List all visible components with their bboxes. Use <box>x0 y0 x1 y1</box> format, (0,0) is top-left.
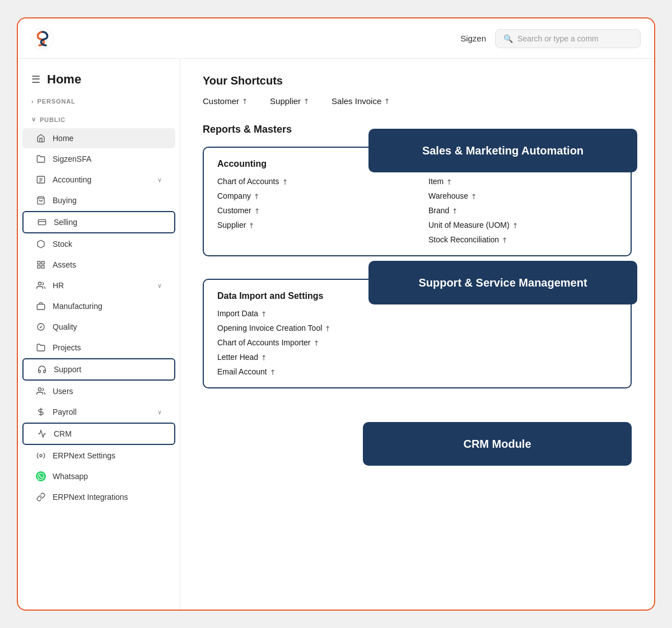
arrow-chart-of-accounts: ↗ <box>279 176 290 186</box>
arrow-import-data: ↗ <box>258 308 268 318</box>
sidebar-item-crm[interactable]: CRM <box>22 423 175 445</box>
link-letter-head[interactable]: Letter Head ↗ <box>217 353 617 362</box>
sidebar-item-selling[interactable]: Selling <box>22 211 175 233</box>
link-import-data[interactable]: Import Data ↗ <box>217 309 617 318</box>
arrow-company: ↗ <box>251 191 261 201</box>
chevron-right-icon: › <box>31 98 34 105</box>
sidebar-projects-label: Projects <box>53 343 162 352</box>
sidebar-sigzensfa-label: SigzenSFA <box>53 154 162 163</box>
shortcut-customer[interactable]: Customer ↗ <box>203 96 248 106</box>
sidebar-stock-label: Stock <box>53 240 162 249</box>
shortcuts-title: Your Shortcuts <box>203 74 632 87</box>
shortcut-sales-invoice[interactable]: Sales Invoice ↗ <box>332 96 390 106</box>
sidebar-personal-section[interactable]: › PERSONAL <box>18 96 180 109</box>
sidebar-accounting-label: Accounting <box>53 175 151 184</box>
quality-icon <box>36 322 46 332</box>
sidebar-item-manufacturing[interactable]: Manufacturing <box>22 296 175 316</box>
sidebar-item-assets[interactable]: Assets <box>22 255 175 275</box>
link-chart-of-accounts[interactable]: Chart of Accounts ↗ <box>217 177 406 186</box>
link-company[interactable]: Company ↗ <box>217 191 406 200</box>
sidebar-item-users[interactable]: Users <box>22 381 175 401</box>
svg-point-12 <box>38 282 41 285</box>
link-warehouse[interactable]: Warehouse ↗ <box>428 191 617 200</box>
selling-icon <box>37 217 47 227</box>
hr-caret-icon: ∨ <box>157 282 162 289</box>
arrow-item: ↗ <box>444 176 454 186</box>
support-callout-label: Support & Service Management <box>418 276 587 289</box>
svg-point-15 <box>38 388 41 391</box>
link-opening-invoice[interactable]: Opening Invoice Creation Tool ↗ <box>217 324 617 332</box>
support-icon <box>37 364 47 374</box>
sidebar-item-home[interactable]: Home <box>22 128 175 148</box>
arrow-supplier: ↗ <box>246 220 256 230</box>
search-bar[interactable]: 🔍 Search or type a comm <box>495 29 641 48</box>
crm-callout-label: CRM Module <box>463 438 531 451</box>
page-header: ☰ Home <box>18 68 180 96</box>
link-uom[interactable]: Unit of Measure (UOM) ↗ <box>428 221 617 229</box>
sidebar-item-stock[interactable]: Stock <box>22 234 175 254</box>
arrow-customer: ↗ <box>251 205 262 215</box>
link-email-account[interactable]: Email Account ↗ <box>217 367 617 376</box>
accounting-caret-icon: ∨ <box>157 176 162 184</box>
sidebar-selling-label: Selling <box>54 218 161 227</box>
page-title: Home <box>47 72 81 87</box>
shortcut-customer-arrow: ↗ <box>239 96 249 106</box>
sidebar-whatsapp-label: Whatsapp <box>53 472 162 481</box>
sidebar-item-payroll[interactable]: Payroll ∨ <box>22 402 175 422</box>
search-placeholder-text: Search or type a comm <box>517 34 599 43</box>
accounting-section-links: Chart of Accounts ↗ Company ↗ Customer ↗ <box>217 177 617 244</box>
arrow-brand: ↗ <box>450 205 460 215</box>
shortcut-sales-invoice-arrow: ↗ <box>382 96 392 106</box>
svg-rect-11 <box>38 265 40 268</box>
link-supplier[interactable]: Supplier ↗ <box>217 221 406 229</box>
chevron-down-icon: ∨ <box>31 116 36 123</box>
link-brand[interactable]: Brand ↗ <box>428 206 617 215</box>
arrow-uom: ↗ <box>510 220 520 230</box>
assets-icon <box>36 260 46 270</box>
sidebar-manufacturing-label: Manufacturing <box>53 302 162 311</box>
sidebar-item-hr[interactable]: HR ∨ <box>22 275 175 296</box>
sidebar-item-whatsapp[interactable]: Whatsapp <box>22 466 175 486</box>
accounting-icon <box>36 175 46 185</box>
sidebar: ☰ Home › PERSONAL ∨ PUBLIC Home <box>18 59 180 610</box>
users-icon <box>36 386 46 396</box>
shortcut-supplier-arrow: ↗ <box>301 96 311 106</box>
sidebar-item-support[interactable]: Support <box>22 358 175 381</box>
sidebar-item-projects[interactable]: Projects <box>22 338 175 358</box>
sidebar-item-erpnext-settings[interactable]: ERPNext Settings <box>22 446 175 466</box>
arrow-warehouse: ↗ <box>468 191 478 201</box>
sidebar-item-erpnext-integrations[interactable]: ERPNext Integrations <box>22 487 175 507</box>
link-coa-importer[interactable]: Chart of Accounts Importer ↗ <box>217 338 617 347</box>
support-callout-box: Support & Service Management <box>368 261 637 304</box>
sidebar-item-quality[interactable]: Quality <box>22 317 175 337</box>
app-logo[interactable] <box>31 27 54 50</box>
payroll-caret-icon: ∨ <box>157 409 162 416</box>
link-customer[interactable]: Customer ↗ <box>217 206 406 215</box>
crm-icon <box>37 429 47 439</box>
svg-point-17 <box>40 454 42 457</box>
whatsapp-icon <box>36 471 46 481</box>
sidebar-item-accounting[interactable]: Accounting ∨ <box>22 170 175 190</box>
shortcuts-row: Customer ↗ Supplier ↗ Sales Invoice ↗ <box>203 96 632 106</box>
sidebar-buying-label: Buying <box>53 196 162 205</box>
sidebar-item-buying[interactable]: Buying <box>22 190 175 210</box>
sidebar-users-label: Users <box>53 387 162 396</box>
shortcuts-section: Your Shortcuts Customer ↗ Supplier ↗ Sal… <box>203 74 632 106</box>
sales-callout-box: Sales & Marketing Automation <box>368 129 637 172</box>
svg-rect-13 <box>37 304 44 310</box>
manufacturing-icon <box>36 301 46 311</box>
username-label: Sigzen <box>460 34 486 43</box>
link-stock-reconciliation[interactable]: Stock Reconciliation ↗ <box>428 235 617 244</box>
settings-icon <box>36 451 46 461</box>
link-item[interactable]: Item ↗ <box>428 177 617 186</box>
sidebar-public-section[interactable]: ∨ PUBLIC <box>18 114 180 128</box>
arrow-opening-invoice: ↗ <box>323 323 333 333</box>
stock-icon <box>36 239 46 249</box>
hamburger-icon[interactable]: ☰ <box>31 73 40 86</box>
sidebar-hr-label: HR <box>53 281 151 290</box>
shortcut-supplier[interactable]: Supplier ↗ <box>270 96 309 106</box>
arrow-letter-head: ↗ <box>258 352 268 362</box>
hr-icon <box>36 280 46 290</box>
arrow-coa-importer: ↗ <box>311 338 321 348</box>
sidebar-item-sigzensfa[interactable]: SigzenSFA <box>22 149 175 169</box>
